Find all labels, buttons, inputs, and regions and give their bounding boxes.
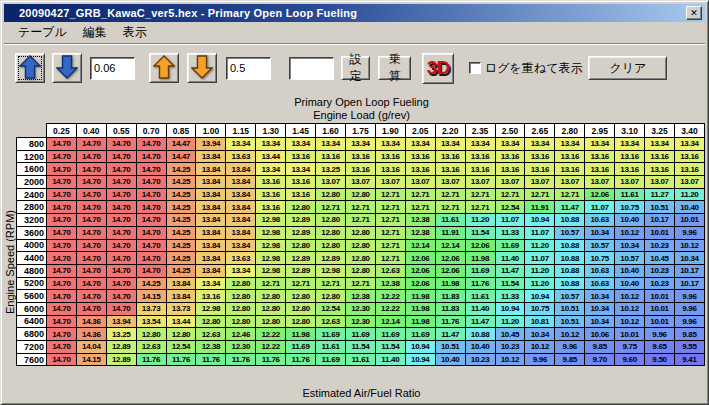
table-cell[interactable]: 10.88 bbox=[555, 239, 585, 252]
table-cell[interactable]: 10.88 bbox=[465, 328, 495, 341]
table-cell[interactable]: 13.34 bbox=[375, 138, 405, 151]
table-cell[interactable]: 12.63 bbox=[136, 341, 166, 354]
table-cell[interactable]: 14.70 bbox=[106, 163, 136, 176]
table-cell[interactable]: 14.25 bbox=[166, 201, 196, 214]
table-cell[interactable]: 10.01 bbox=[645, 226, 675, 239]
table-cell[interactable]: 12.89 bbox=[106, 341, 136, 354]
coarse-decrease-button[interactable] bbox=[187, 53, 217, 83]
table-cell[interactable]: 14.70 bbox=[46, 252, 76, 265]
table-cell[interactable]: 9.96 bbox=[674, 315, 704, 328]
table-cell[interactable]: 10.45 bbox=[645, 252, 675, 265]
table-cell[interactable]: 11.98 bbox=[405, 302, 435, 315]
table-cell[interactable]: 12.71 bbox=[375, 201, 405, 214]
table-cell[interactable]: 13.34 bbox=[226, 138, 256, 151]
table-cell[interactable]: 13.34 bbox=[525, 138, 555, 151]
table-cell[interactable]: 12.14 bbox=[435, 239, 465, 252]
table-cell[interactable]: 12.22 bbox=[256, 341, 286, 354]
table-cell[interactable]: 13.16 bbox=[435, 163, 465, 176]
table-cell[interactable]: 13.34 bbox=[316, 138, 346, 151]
table-cell[interactable]: 10.63 bbox=[585, 264, 615, 277]
table-cell[interactable]: 12.80 bbox=[346, 252, 376, 265]
table-cell[interactable]: 12.71 bbox=[256, 277, 286, 290]
table-cell[interactable]: 10.94 bbox=[405, 353, 435, 366]
table-cell[interactable]: 13.84 bbox=[226, 239, 256, 252]
table-cell[interactable]: 13.16 bbox=[495, 150, 525, 163]
table-cell[interactable]: 12.71 bbox=[405, 201, 435, 214]
table-cell[interactable]: 11.76 bbox=[256, 353, 286, 366]
table-cell[interactable]: 11.07 bbox=[585, 201, 615, 214]
table-cell[interactable]: 13.84 bbox=[226, 176, 256, 189]
table-cell[interactable]: 14.70 bbox=[106, 188, 136, 201]
table-cell[interactable]: 11.27 bbox=[645, 188, 675, 201]
table-cell[interactable]: 13.07 bbox=[555, 176, 585, 189]
table-cell[interactable]: 13.34 bbox=[286, 138, 316, 151]
table-cell[interactable]: 12.80 bbox=[136, 328, 166, 341]
table-cell[interactable]: 13.34 bbox=[405, 138, 435, 151]
table-cell[interactable]: 13.16 bbox=[465, 163, 495, 176]
table-cell[interactable]: 11.40 bbox=[465, 302, 495, 315]
table-cell[interactable]: 11.47 bbox=[465, 315, 495, 328]
table-cell[interactable]: 14.25 bbox=[166, 176, 196, 189]
table-cell[interactable]: 10.94 bbox=[525, 214, 555, 227]
table-cell[interactable]: 13.07 bbox=[316, 176, 346, 189]
table-cell[interactable]: 12.71 bbox=[435, 188, 465, 201]
table-cell[interactable]: 13.34 bbox=[286, 163, 316, 176]
table-cell[interactable]: 10.12 bbox=[525, 341, 555, 354]
table-cell[interactable]: 13.84 bbox=[196, 188, 226, 201]
table-cell[interactable]: 10.17 bbox=[674, 277, 704, 290]
table-cell[interactable]: 12.71 bbox=[286, 277, 316, 290]
table-cell[interactable]: 10.94 bbox=[525, 290, 555, 303]
table-cell[interactable]: 14.70 bbox=[46, 226, 76, 239]
table-cell[interactable]: 10.51 bbox=[435, 341, 465, 354]
table-cell[interactable]: 14.70 bbox=[76, 302, 106, 315]
table-cell[interactable]: 12.22 bbox=[375, 290, 405, 303]
table-cell[interactable]: 14.70 bbox=[76, 176, 106, 189]
table-cell[interactable]: 13.34 bbox=[674, 138, 704, 151]
table-cell[interactable]: 9.70 bbox=[585, 353, 615, 366]
table-cell[interactable]: 12.89 bbox=[316, 252, 346, 265]
table-cell[interactable]: 11.54 bbox=[375, 341, 405, 354]
table-cell[interactable]: 12.80 bbox=[226, 277, 256, 290]
table-cell[interactable]: 14.70 bbox=[76, 226, 106, 239]
table-cell[interactable]: 14.70 bbox=[106, 302, 136, 315]
table-cell[interactable]: 12.80 bbox=[256, 302, 286, 315]
table-cell[interactable]: 14.47 bbox=[166, 150, 196, 163]
table-cell[interactable]: 14.70 bbox=[136, 201, 166, 214]
table-cell[interactable]: 10.12 bbox=[615, 290, 645, 303]
table-cell[interactable]: 13.07 bbox=[346, 176, 376, 189]
close-button[interactable]: ✕ bbox=[686, 6, 702, 20]
table-cell[interactable]: 13.16 bbox=[286, 188, 316, 201]
table-cell[interactable]: 10.01 bbox=[674, 214, 704, 227]
table-cell[interactable]: 14.47 bbox=[166, 138, 196, 151]
table-cell[interactable]: 13.16 bbox=[615, 163, 645, 176]
table-cell[interactable]: 14.25 bbox=[166, 239, 196, 252]
table-cell[interactable]: 14.36 bbox=[76, 315, 106, 328]
table-cell[interactable]: 13.16 bbox=[525, 163, 555, 176]
table-cell[interactable]: 13.07 bbox=[405, 176, 435, 189]
fine-increment-input[interactable] bbox=[90, 57, 135, 80]
table-cell[interactable]: 14.70 bbox=[136, 239, 166, 252]
table-cell[interactable]: 13.73 bbox=[166, 302, 196, 315]
table-cell[interactable]: 14.70 bbox=[76, 252, 106, 265]
table-cell[interactable]: 14.70 bbox=[106, 277, 136, 290]
table-cell[interactable]: 11.98 bbox=[286, 328, 316, 341]
table-cell[interactable]: 14.70 bbox=[136, 150, 166, 163]
fine-increase-button[interactable] bbox=[15, 53, 45, 83]
table-cell[interactable]: 13.25 bbox=[316, 163, 346, 176]
table-cell[interactable]: 11.69 bbox=[465, 264, 495, 277]
table-cell[interactable]: 13.16 bbox=[674, 150, 704, 163]
table-cell[interactable]: 12.22 bbox=[375, 302, 405, 315]
table-cell[interactable]: 14.70 bbox=[106, 239, 136, 252]
table-cell[interactable]: 11.98 bbox=[465, 252, 495, 265]
table-cell[interactable]: 13.44 bbox=[166, 315, 196, 328]
coarse-increase-button[interactable] bbox=[149, 53, 179, 83]
table-cell[interactable]: 9.85 bbox=[555, 353, 585, 366]
table-cell[interactable]: 13.16 bbox=[674, 163, 704, 176]
table-cell[interactable]: 13.16 bbox=[585, 163, 615, 176]
table-cell[interactable]: 11.54 bbox=[495, 277, 525, 290]
table-cell[interactable]: 11.69 bbox=[346, 328, 376, 341]
clear-button[interactable]: クリア bbox=[588, 56, 667, 80]
table-cell[interactable]: 12.71 bbox=[346, 214, 376, 227]
table-cell[interactable]: 13.16 bbox=[645, 150, 675, 163]
table-cell[interactable]: 14.70 bbox=[46, 138, 76, 151]
